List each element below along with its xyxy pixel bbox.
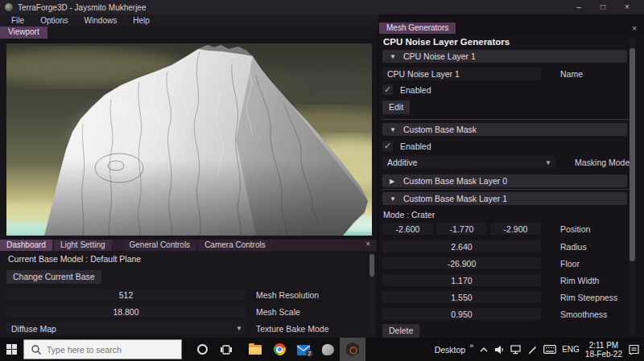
tab-general-controls[interactable]: General Controls — [123, 240, 197, 251]
close-icon[interactable]: × — [365, 240, 370, 248]
minimize-icon[interactable]: – — [567, 0, 591, 14]
mask-enabled-checkbox[interactable]: ✓ — [382, 141, 393, 151]
header-cpu-noise-layer-1[interactable]: ▼ CPU Noise Layer 1 — [382, 50, 627, 63]
scrollbar-thumb[interactable] — [630, 48, 635, 261]
taskbar-clock[interactable]: 2:11 PM 18-Feb-22 — [585, 341, 622, 359]
mesh-resolution-input[interactable]: 512 — [6, 289, 246, 301]
mail-button[interactable]: 2 — [291, 338, 316, 361]
dashboard-scrollbar[interactable] — [369, 252, 374, 334]
menu-windows[interactable]: Windows — [76, 16, 126, 25]
mesh-scale-label: Mesh Scale — [256, 307, 300, 317]
delete-button[interactable]: Delete — [382, 324, 419, 338]
windows-logo-icon — [6, 344, 17, 355]
pen-icon[interactable] — [527, 345, 538, 355]
mesh-generators-tabbar: Mesh Generators × — [378, 20, 644, 35]
rim-steepness-input[interactable]: 1.550 — [382, 291, 541, 303]
mesh-resolution-label: Mesh Resolution — [256, 290, 319, 300]
cortana-button[interactable] — [190, 338, 214, 361]
texture-bake-mode-select[interactable]: Diffuse Map ▼ — [6, 322, 246, 334]
position-z-input[interactable]: -2.900 — [490, 223, 541, 235]
masking-mode-value: Additive — [387, 158, 417, 167]
chevron-down-icon: ▼ — [545, 159, 551, 166]
terrain-3d-view — [6, 43, 372, 236]
menu-options[interactable]: Options — [32, 16, 76, 25]
scrollbar-thumb[interactable] — [369, 254, 374, 277]
terraforge3d-taskbar-button[interactable] — [340, 338, 365, 361]
tab-viewport[interactable]: Viewport — [0, 27, 47, 39]
divider — [382, 189, 634, 190]
header-custom-base-mask-layer-1[interactable]: ▼ Custom Base Mask Layer 1 — [382, 192, 627, 205]
tab-light-setting[interactable]: Light Setting — [54, 240, 112, 251]
radius-input[interactable]: 2.640 — [382, 240, 541, 252]
menu-help[interactable]: Help — [125, 16, 158, 25]
mail-icon: 2 — [297, 344, 310, 355]
header-label: Custom Base Mask — [403, 125, 477, 134]
speaker-icon[interactable] — [494, 345, 505, 355]
clock-time: 2:11 PM — [585, 341, 622, 350]
position-y-input[interactable]: -1.770 — [436, 223, 487, 235]
mesh-generators-panel: Mesh Generators × CPU Noise Layer Genera… — [378, 20, 644, 338]
tab-mesh-generators[interactable]: Mesh Generators — [379, 23, 456, 34]
header-custom-base-mask-layer-0[interactable]: ▶ Custom Base Mask Layer 0 — [382, 174, 627, 187]
search-input[interactable] — [24, 340, 181, 359]
overflow-chevron-icon[interactable]: » — [469, 342, 473, 350]
divider — [382, 119, 634, 120]
task-view-button[interactable] — [214, 338, 238, 361]
check-icon: ✓ — [384, 141, 391, 151]
app-icon — [322, 344, 334, 355]
notification-center-icon[interactable] — [628, 344, 640, 355]
smoothness-label: Smoothness — [560, 310, 607, 319]
rim-steepness-label: Rim Steepness — [560, 293, 617, 302]
position-x-input[interactable]: -2.600 — [382, 223, 433, 235]
tab-dashboard[interactable]: Dashboard — [0, 240, 52, 251]
collapse-open-icon: ▼ — [390, 53, 403, 60]
mesh-scale-input[interactable]: 18.800 — [6, 306, 246, 318]
task-view-icon — [220, 344, 233, 355]
app-icon — [5, 3, 13, 11]
cortana-icon — [197, 344, 208, 355]
app-button[interactable] — [316, 338, 340, 361]
enabled-checkbox[interactable]: ✓ — [382, 84, 393, 95]
name-label: Name — [560, 69, 583, 79]
menu-file[interactable]: File — [3, 16, 32, 25]
viewport-panel: Viewport — [0, 27, 377, 240]
terrain-render[interactable] — [6, 43, 372, 236]
start-button[interactable] — [0, 338, 23, 361]
header-label: Custom Base Mask Layer 1 — [403, 194, 507, 203]
terraforge3d-icon — [345, 343, 360, 357]
layer-name-input[interactable]: CPU Noise Layer 1 — [382, 68, 541, 80]
edit-button[interactable]: Edit — [382, 101, 410, 114]
desktop-label[interactable]: Desktop — [435, 345, 466, 355]
touch-keyboard-icon[interactable] — [543, 345, 556, 354]
chevron-down-icon: ▼ — [236, 325, 242, 332]
network-icon[interactable] — [510, 345, 522, 355]
header-custom-base-mask[interactable]: ▼ Custom Base Mask — [382, 123, 627, 136]
tab-camera-controls[interactable]: Camera Controls — [198, 240, 272, 251]
language-indicator[interactable]: ENG — [562, 345, 580, 354]
rim-width-label: Rim Width — [560, 276, 599, 285]
smoothness-input[interactable]: 0.950 — [382, 308, 541, 320]
change-current-base-button[interactable]: Change Current Base — [6, 270, 101, 284]
taskbar-search[interactable] — [23, 339, 182, 359]
close-icon[interactable]: × — [615, 0, 639, 14]
floor-label: Floor — [560, 259, 580, 269]
radius-label: Radius — [560, 242, 587, 252]
position-label: Position — [560, 224, 590, 234]
collapse-open-icon: ▼ — [390, 195, 403, 203]
rim-width-input[interactable]: 1.170 — [382, 274, 541, 286]
close-icon[interactable]: × — [632, 24, 637, 33]
collapse-open-icon: ▼ — [390, 126, 403, 133]
show-hidden-icons-chevron[interactable] — [479, 346, 489, 354]
maximize-icon[interactable]: □ — [591, 0, 615, 14]
window-controls: – □ × — [567, 0, 639, 14]
dashboard-tabbar: Dashboard Light Setting General Controls… — [0, 240, 377, 251]
chrome-button[interactable] — [267, 338, 291, 361]
check-icon: ✓ — [384, 84, 391, 95]
floor-input[interactable]: -26.900 — [382, 257, 541, 269]
file-explorer-button[interactable] — [243, 338, 267, 361]
chrome-icon — [274, 343, 286, 355]
dashboard-panel: Dashboard Light Setting General Controls… — [0, 240, 377, 338]
texture-bake-mode-label: Texture Bake Mode — [256, 324, 328, 334]
panel-scrollbar[interactable] — [630, 37, 635, 336]
masking-mode-select[interactable]: Additive ▼ — [382, 156, 555, 169]
